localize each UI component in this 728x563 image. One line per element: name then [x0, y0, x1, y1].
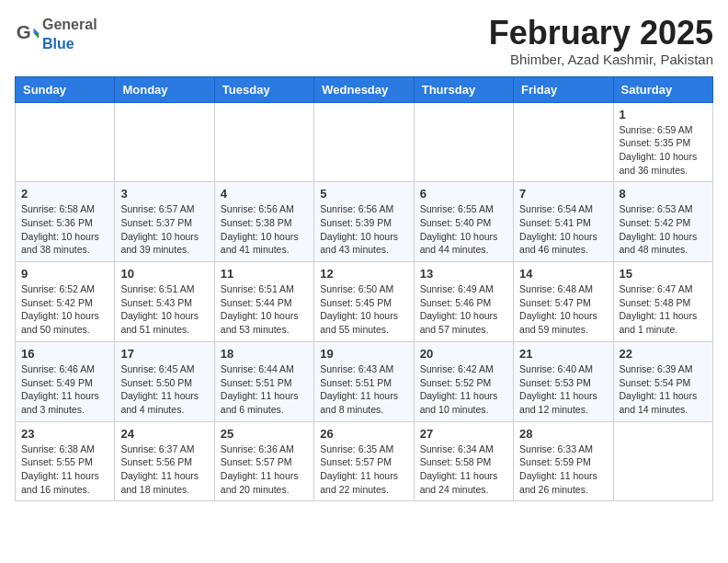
title-area: February 2025 Bhimber, Azad Kashmir, Pak… — [489, 15, 713, 67]
calendar-cell: 6Sunrise: 6:55 AM Sunset: 5:40 PM Daylig… — [414, 182, 513, 262]
calendar-cell: 2Sunrise: 6:58 AM Sunset: 5:36 PM Daylig… — [16, 182, 115, 262]
calendar-week-row: 16Sunrise: 6:46 AM Sunset: 5:49 PM Dayli… — [16, 341, 713, 421]
day-number: 14 — [519, 267, 607, 281]
day-number: 5 — [320, 187, 407, 201]
day-info: Sunrise: 6:35 AM Sunset: 5:57 PM Dayligh… — [320, 442, 407, 497]
day-number: 2 — [21, 187, 108, 201]
day-number: 13 — [420, 267, 507, 281]
day-info: Sunrise: 6:44 AM Sunset: 5:51 PM Dayligh… — [221, 362, 308, 417]
day-number: 18 — [221, 347, 308, 361]
day-number: 12 — [320, 267, 407, 281]
day-number: 4 — [221, 187, 308, 201]
calendar-cell: 23Sunrise: 6:38 AM Sunset: 5:55 PM Dayli… — [16, 421, 115, 501]
day-info: Sunrise: 6:48 AM Sunset: 5:47 PM Dayligh… — [519, 282, 607, 337]
calendar-cell — [314, 102, 414, 182]
calendar-cell: 14Sunrise: 6:48 AM Sunset: 5:47 PM Dayli… — [514, 262, 613, 342]
calendar-header-thursday: Thursday — [414, 76, 513, 102]
calendar-cell: 25Sunrise: 6:36 AM Sunset: 5:57 PM Dayli… — [214, 421, 313, 501]
day-info: Sunrise: 6:47 AM Sunset: 5:48 PM Dayligh… — [620, 282, 707, 337]
day-number: 9 — [21, 267, 108, 281]
day-info: Sunrise: 6:56 AM Sunset: 5:38 PM Dayligh… — [221, 202, 308, 257]
day-number: 11 — [221, 267, 308, 281]
logo-blue-text: Blue — [42, 36, 74, 52]
calendar-cell: 3Sunrise: 6:57 AM Sunset: 5:37 PM Daylig… — [115, 182, 214, 262]
calendar-header-sunday: Sunday — [16, 76, 115, 102]
calendar-cell: 9Sunrise: 6:52 AM Sunset: 5:42 PM Daylig… — [16, 262, 115, 342]
day-number: 25 — [221, 427, 308, 441]
day-number: 23 — [21, 427, 108, 441]
logo-general-text: General — [42, 17, 97, 32]
calendar-header-tuesday: Tuesday — [214, 76, 313, 102]
calendar-table: SundayMondayTuesdayWednesdayThursdayFrid… — [15, 76, 713, 502]
calendar-cell: 19Sunrise: 6:43 AM Sunset: 5:51 PM Dayli… — [314, 341, 414, 421]
month-title: February 2025 — [489, 15, 713, 52]
calendar-cell: 11Sunrise: 6:51 AM Sunset: 5:44 PM Dayli… — [214, 262, 313, 342]
calendar-cell — [115, 102, 214, 182]
day-info: Sunrise: 6:36 AM Sunset: 5:57 PM Dayligh… — [221, 442, 308, 497]
day-info: Sunrise: 6:53 AM Sunset: 5:42 PM Dayligh… — [620, 202, 707, 257]
day-info: Sunrise: 6:37 AM Sunset: 5:56 PM Dayligh… — [120, 442, 208, 497]
day-number: 24 — [120, 427, 208, 441]
day-number: 26 — [320, 427, 407, 441]
calendar-cell: 7Sunrise: 6:54 AM Sunset: 5:41 PM Daylig… — [514, 182, 613, 262]
calendar-cell: 13Sunrise: 6:49 AM Sunset: 5:46 PM Dayli… — [414, 262, 513, 342]
day-number: 19 — [320, 347, 407, 361]
calendar-cell: 5Sunrise: 6:56 AM Sunset: 5:39 PM Daylig… — [314, 182, 414, 262]
calendar-header-monday: Monday — [115, 76, 214, 102]
calendar-week-row: 9Sunrise: 6:52 AM Sunset: 5:42 PM Daylig… — [16, 262, 713, 342]
logo-icon: G — [15, 21, 40, 47]
calendar-cell — [16, 102, 115, 182]
day-info: Sunrise: 6:39 AM Sunset: 5:54 PM Dayligh… — [620, 362, 707, 417]
day-number: 21 — [519, 347, 607, 361]
svg-marker-2 — [34, 33, 40, 39]
day-info: Sunrise: 6:57 AM Sunset: 5:37 PM Dayligh… — [120, 202, 208, 257]
calendar-cell: 16Sunrise: 6:46 AM Sunset: 5:49 PM Dayli… — [16, 341, 115, 421]
day-number: 22 — [620, 347, 707, 361]
calendar-cell: 24Sunrise: 6:37 AM Sunset: 5:56 PM Dayli… — [115, 421, 214, 501]
day-info: Sunrise: 6:51 AM Sunset: 5:43 PM Dayligh… — [120, 282, 208, 337]
day-number: 10 — [120, 267, 208, 281]
calendar-header-wednesday: Wednesday — [314, 76, 414, 102]
calendar-cell: 20Sunrise: 6:42 AM Sunset: 5:52 PM Dayli… — [414, 341, 513, 421]
day-info: Sunrise: 6:43 AM Sunset: 5:51 PM Dayligh… — [320, 362, 407, 417]
day-info: Sunrise: 6:50 AM Sunset: 5:45 PM Dayligh… — [320, 282, 407, 337]
calendar-cell — [514, 102, 613, 182]
calendar-cell: 26Sunrise: 6:35 AM Sunset: 5:57 PM Dayli… — [314, 421, 414, 501]
calendar-week-row: 23Sunrise: 6:38 AM Sunset: 5:55 PM Dayli… — [16, 421, 713, 501]
day-info: Sunrise: 6:51 AM Sunset: 5:44 PM Dayligh… — [221, 282, 308, 337]
day-number: 17 — [120, 347, 208, 361]
calendar-cell: 22Sunrise: 6:39 AM Sunset: 5:54 PM Dayli… — [613, 341, 712, 421]
page-header: G General Blue February 2025 Bhimber, Az… — [15, 15, 713, 67]
day-number: 15 — [620, 267, 707, 281]
calendar-week-row: 2Sunrise: 6:58 AM Sunset: 5:36 PM Daylig… — [16, 182, 713, 262]
day-info: Sunrise: 6:55 AM Sunset: 5:40 PM Dayligh… — [420, 202, 507, 257]
svg-marker-1 — [34, 28, 40, 33]
day-info: Sunrise: 6:52 AM Sunset: 5:42 PM Dayligh… — [21, 282, 108, 337]
day-info: Sunrise: 6:33 AM Sunset: 5:59 PM Dayligh… — [519, 442, 607, 497]
day-info: Sunrise: 6:34 AM Sunset: 5:58 PM Dayligh… — [420, 442, 507, 497]
calendar-cell: 12Sunrise: 6:50 AM Sunset: 5:45 PM Dayli… — [314, 262, 414, 342]
calendar-cell — [414, 102, 513, 182]
calendar-cell — [214, 102, 313, 182]
calendar-cell: 17Sunrise: 6:45 AM Sunset: 5:50 PM Dayli… — [115, 341, 214, 421]
calendar-week-row: 1Sunrise: 6:59 AM Sunset: 5:35 PM Daylig… — [16, 102, 713, 182]
day-number: 8 — [620, 187, 707, 201]
calendar-cell: 4Sunrise: 6:56 AM Sunset: 5:38 PM Daylig… — [214, 182, 313, 262]
day-info: Sunrise: 6:46 AM Sunset: 5:49 PM Dayligh… — [21, 362, 108, 417]
calendar-cell — [613, 421, 712, 501]
calendar-cell: 1Sunrise: 6:59 AM Sunset: 5:35 PM Daylig… — [613, 102, 712, 182]
day-info: Sunrise: 6:40 AM Sunset: 5:53 PM Dayligh… — [519, 362, 607, 417]
calendar-cell: 27Sunrise: 6:34 AM Sunset: 5:58 PM Dayli… — [414, 421, 513, 501]
day-number: 3 — [120, 187, 208, 201]
calendar-cell: 21Sunrise: 6:40 AM Sunset: 5:53 PM Dayli… — [514, 341, 613, 421]
calendar-cell: 28Sunrise: 6:33 AM Sunset: 5:59 PM Dayli… — [514, 421, 613, 501]
day-info: Sunrise: 6:56 AM Sunset: 5:39 PM Dayligh… — [320, 202, 407, 257]
day-number: 27 — [420, 427, 507, 441]
day-number: 1 — [620, 108, 707, 121]
location-subtitle: Bhimber, Azad Kashmir, Pakistan — [489, 52, 713, 67]
day-number: 16 — [21, 347, 108, 361]
day-info: Sunrise: 6:49 AM Sunset: 5:46 PM Dayligh… — [420, 282, 507, 337]
calendar-header-row: SundayMondayTuesdayWednesdayThursdayFrid… — [16, 76, 713, 102]
day-info: Sunrise: 6:45 AM Sunset: 5:50 PM Dayligh… — [120, 362, 208, 417]
calendar-header-friday: Friday — [514, 76, 613, 102]
